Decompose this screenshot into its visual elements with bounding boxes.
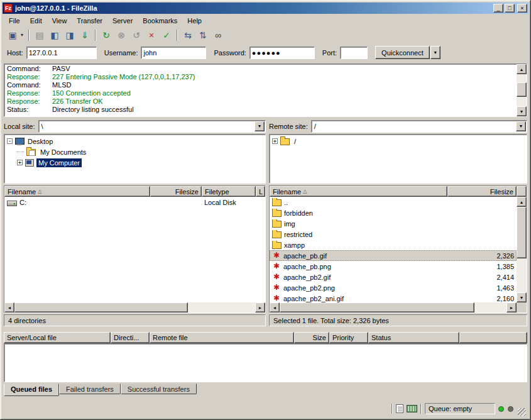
folder-icon: [272, 199, 282, 206]
column-header-l[interactable]: L: [256, 186, 265, 197]
menu-item-server[interactable]: Server: [107, 16, 138, 26]
reconnect-button[interactable]: ↺: [129, 28, 144, 42]
title-bar[interactable]: Fz john@127.0.0.1 - FileZilla _□×: [3, 3, 528, 14]
scrollbar-track[interactable]: [280, 302, 506, 312]
file-row-apache-pb-png[interactable]: apache_pb.png1,385: [270, 261, 517, 272]
cell-filesize: 1,385: [447, 263, 517, 270]
local-tree-item-desktop[interactable]: -Desktop: [6, 136, 264, 146]
scrollbar-track[interactable]: [14, 302, 255, 312]
site-manager-dropdown-button[interactable]: ▼: [18, 28, 26, 42]
expand-icon[interactable]: +: [17, 160, 23, 165]
file-row-apache-pb-gif[interactable]: apache_pb.gif2,326: [270, 250, 517, 261]
minimize-button[interactable]: _: [493, 4, 503, 13]
tab-successful-transfers[interactable]: Successful transfers: [121, 384, 197, 394]
scroll-up-button[interactable]: [517, 197, 527, 207]
disconnect-button[interactable]: ⊗: [114, 28, 129, 42]
scrollbar-thumb[interactable]: [517, 82, 527, 97]
local-tree-item-my-documents[interactable]: My Documents: [6, 146, 264, 157]
scrollbar-thumb[interactable]: [14, 302, 188, 312]
username-input[interactable]: [141, 47, 206, 59]
toggle-transfer-queue-button[interactable]: ⇓: [77, 28, 92, 42]
column-header-filename[interactable]: Filename△: [4, 186, 150, 197]
scroll-up-button[interactable]: [517, 64, 527, 74]
synchronized-browsing-button[interactable]: ⇅: [195, 28, 211, 42]
directory-row-forbidden[interactable]: forbidden: [270, 207, 517, 218]
resize-grip[interactable]: [518, 408, 526, 416]
scroll-right-button[interactable]: [506, 302, 517, 312]
folder-docs-icon: [26, 149, 36, 156]
scrollbar-thumb[interactable]: [280, 302, 474, 312]
file-row-apache-pb2-png[interactable]: apache_pb2.png1,463: [270, 282, 517, 293]
remote-tree-item-item[interactable]: +/: [271, 136, 525, 146]
local-file-row-c[interactable]: C:Local Disk: [4, 197, 265, 207]
column-header-directi[interactable]: Directi...: [111, 332, 150, 343]
column-header-filesize[interactable]: Filesize: [447, 186, 517, 197]
remote-site-combo[interactable]: / ▼: [311, 120, 527, 133]
tab-failed-transfers[interactable]: Failed transfers: [59, 384, 121, 394]
column-header-filesize[interactable]: Filesize: [150, 186, 202, 197]
local-site-dropdown-button[interactable]: ▼: [255, 121, 265, 131]
scroll-down-button[interactable]: [517, 292, 527, 302]
scroll-left-button[interactable]: [270, 302, 280, 312]
toggle-local-tree-button[interactable]: ◧: [47, 28, 62, 42]
remote-vertical-scrollbar[interactable]: [517, 197, 527, 302]
refresh-button[interactable]: ↻: [99, 28, 114, 42]
remote-list-rows: ..forbiddenimgrestrictedxamppapache_pb.g…: [270, 197, 517, 302]
maximize-button[interactable]: □: [505, 4, 515, 13]
remote-horizontal-scrollbar[interactable]: [270, 302, 517, 312]
column-header-priority[interactable]: Priority: [329, 332, 368, 343]
log-vertical-scrollbar[interactable]: [517, 64, 527, 116]
scrollbar-track[interactable]: [517, 207, 527, 292]
directory-row-item[interactable]: ..: [270, 197, 517, 207]
find-files-icon: ∞: [215, 31, 221, 40]
column-header-filetype[interactable]: Filetype: [202, 186, 256, 197]
find-files-button[interactable]: ∞: [211, 28, 226, 42]
column-header-status[interactable]: Status: [368, 332, 459, 343]
local-horizontal-scrollbar[interactable]: [4, 302, 265, 312]
quickconnect-button[interactable]: Quickconnect: [375, 46, 430, 59]
directory-row-xampp[interactable]: xampp: [270, 240, 517, 250]
expand-icon[interactable]: +: [272, 138, 278, 144]
column-header-server-local-file[interactable]: Server/Local file: [4, 332, 111, 343]
menu-item-help[interactable]: Help: [182, 16, 207, 26]
toggle-local-tree-icon: ◧: [50, 31, 58, 40]
menu-item-file[interactable]: File: [4, 16, 25, 26]
cell-filename: apache_pb.gif: [270, 251, 447, 260]
message-log: Command:PASVResponse:227 Entering Passiv…: [4, 64, 527, 117]
file-row-apache-pb2-ani-gif[interactable]: apache_pb2_ani.gif2,160: [270, 293, 517, 302]
toggle-remote-tree-button[interactable]: ◨: [62, 28, 77, 42]
file-row-apache-pb2-gif[interactable]: apache_pb2.gif2,414: [270, 272, 517, 282]
queue-body[interactable]: [4, 343, 527, 382]
tab-queued-files[interactable]: Queued files: [4, 384, 59, 396]
menu-item-view[interactable]: View: [47, 16, 72, 26]
host-input[interactable]: [26, 47, 97, 59]
scrollbar-track[interactable]: [517, 74, 527, 106]
cancel-button[interactable]: ×: [144, 28, 159, 42]
column-header-size[interactable]: Size: [294, 332, 329, 343]
directory-row-restricted[interactable]: restricted: [270, 229, 517, 240]
menu-item-transfer[interactable]: Transfer: [72, 16, 107, 26]
remote-site-dropdown-button[interactable]: ▼: [516, 121, 526, 131]
scroll-left-button[interactable]: [4, 302, 14, 312]
local-site-combo[interactable]: \ ▼: [38, 120, 266, 133]
close-button[interactable]: ×: [517, 4, 527, 13]
menu-item-edit[interactable]: Edit: [25, 16, 47, 26]
directory-row-img[interactable]: img: [270, 218, 517, 229]
file-icon: [272, 283, 281, 292]
scroll-down-button[interactable]: [517, 106, 527, 116]
scroll-right-button[interactable]: [255, 302, 265, 312]
menu-item-bookmarks[interactable]: Bookmarks: [138, 16, 182, 26]
host-label: Host:: [7, 49, 23, 57]
log-line: Status:Directory listing successful: [7, 106, 514, 114]
quickconnect-dropdown-button[interactable]: ▼: [430, 46, 441, 59]
column-header-filename[interactable]: Filename△: [270, 186, 447, 197]
column-header-remote-file[interactable]: Remote file: [150, 332, 294, 343]
directory-comparison-button[interactable]: ⇆: [180, 28, 195, 42]
toggle-message-log-button[interactable]: ▤: [32, 28, 47, 42]
process-queue-button[interactable]: ✓: [159, 28, 174, 42]
password-input[interactable]: [249, 47, 315, 59]
port-input[interactable]: [340, 47, 368, 59]
collapse-icon[interactable]: -: [7, 138, 13, 144]
local-tree-item-my-computer[interactable]: +My Computer: [6, 157, 264, 168]
scrollbar-thumb[interactable]: [517, 207, 527, 258]
